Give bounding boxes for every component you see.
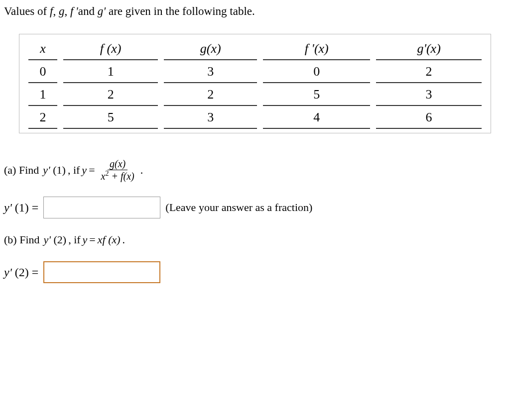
- intro-text: Values of f, g, f 'and g' are given in t…: [4, 5, 506, 18]
- col-header-fx: f (x): [63, 38, 158, 60]
- col-header-gpx: g'(x): [376, 38, 482, 60]
- part-b-answer-input[interactable]: [43, 261, 160, 283]
- col-header-fpx: f '(x): [263, 38, 370, 60]
- function-values-table: x f (x) g(x) f '(x) g'(x) 0 1 3 0 2 1 2 …: [19, 34, 491, 133]
- fraction: g(x) x2 + f(x): [99, 158, 136, 182]
- part-a-answer-input[interactable]: [43, 197, 160, 218]
- col-header-x: x: [28, 38, 57, 60]
- part-a-question: (a) Find y' (1), if y = g(x) x2 + f(x) .: [4, 158, 506, 182]
- part-b-answer-line: y' (2) =: [4, 261, 506, 283]
- part-a-hint: (Leave your answer as a fraction): [165, 201, 312, 214]
- col-header-gx: g(x): [164, 38, 257, 60]
- part-b-lhs: y' (2) =: [4, 266, 38, 279]
- table-row: 2 5 3 4 6: [28, 107, 482, 129]
- part-a-lhs: y' (1) =: [4, 201, 38, 214]
- part-a-answer-line: y' (1) = (Leave your answer as a fractio…: [4, 197, 506, 218]
- part-b-question: (b) Find y' (2), if y = xf (x).: [4, 233, 506, 246]
- table-row: 0 1 3 0 2: [28, 61, 482, 83]
- table-row: 1 2 2 5 3: [28, 84, 482, 106]
